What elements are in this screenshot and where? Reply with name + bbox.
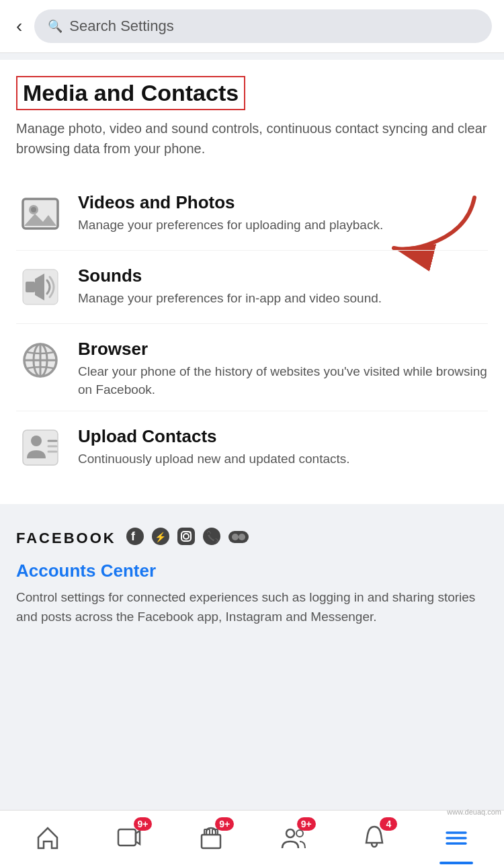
search-placeholder-text: Search Settings <box>69 17 173 35</box>
browser-title: Browser <box>78 339 488 360</box>
instagram-icon <box>177 527 196 550</box>
friends-badge: 9+ <box>297 817 316 831</box>
section-title-box: Media and Contacts <box>16 76 245 110</box>
svg-point-34 <box>286 829 294 837</box>
section-description: Manage photo, video and sound controls, … <box>16 118 488 159</box>
svg-point-12 <box>31 436 42 446</box>
svg-point-23 <box>189 532 191 534</box>
search-icon: 🔍 <box>48 19 62 34</box>
svg-text:📞: 📞 <box>206 530 219 543</box>
upload-contacts-desc: Continuously upload new and updated cont… <box>78 450 488 468</box>
whatsapp-icon: 📞 <box>202 527 221 550</box>
search-bar[interactable]: 🔍 Search Settings <box>34 9 492 43</box>
messenger-icon: ⚡ <box>151 527 170 550</box>
svg-text:⚡: ⚡ <box>155 532 167 543</box>
sounds-icon <box>16 263 65 311</box>
section-title: Media and Contacts <box>23 80 239 106</box>
svg-rect-11 <box>23 430 58 465</box>
svg-point-27 <box>232 534 239 540</box>
tab-friends[interactable]: 9+ <box>266 819 320 856</box>
sounds-title: Sounds <box>78 265 488 286</box>
browser-desc: Clear your phone of the history of websi… <box>78 363 488 399</box>
home-icon <box>34 824 61 851</box>
svg-point-16 <box>126 528 144 545</box>
tab-video[interactable]: 9+ <box>102 819 156 856</box>
menu-item-upload-contacts[interactable]: Upload Contacts Continuously upload new … <box>16 411 488 484</box>
svg-point-35 <box>296 830 303 837</box>
menu-icon <box>443 824 470 851</box>
brand-section: FACEBOOK f ⚡ 📞 Accounts Center Control s… <box>0 511 504 640</box>
upload-contacts-text: Upload Contacts Continuously upload new … <box>78 423 488 468</box>
browser-icon <box>16 336 65 384</box>
header: ‹ 🔍 Search Settings <box>0 0 504 53</box>
brand-logos: FACEBOOK f ⚡ 📞 <box>16 527 488 550</box>
watermark: www.deuaq.com <box>447 808 501 816</box>
svg-rect-29 <box>118 829 136 845</box>
back-button[interactable]: ‹ <box>12 15 26 37</box>
svg-point-2 <box>31 207 36 212</box>
upload-contacts-icon <box>16 423 65 472</box>
svg-rect-20 <box>177 528 195 545</box>
shop-badge: 9+ <box>215 817 234 831</box>
svg-marker-30 <box>136 831 140 844</box>
svg-text:f: f <box>131 530 136 543</box>
brand-icons: f ⚡ 📞 <box>126 527 249 550</box>
accounts-center-link[interactable]: Accounts Center <box>16 561 488 581</box>
accounts-center-desc: Control settings for connected experienc… <box>16 588 488 626</box>
svg-rect-5 <box>26 282 35 292</box>
svg-point-28 <box>239 534 245 540</box>
menu-item-browser[interactable]: Browser Clear your phone of the history … <box>16 323 488 411</box>
menu-item-videos-photos[interactable]: Videos and Photos Manage your preference… <box>16 177 488 250</box>
tab-home[interactable] <box>21 819 75 856</box>
facebook-logo-icon: f <box>126 527 144 550</box>
menu-item-sounds[interactable]: Sounds Manage your preferences for in-ap… <box>16 250 488 323</box>
tab-active-indicator <box>439 862 473 864</box>
sounds-desc: Manage your preferences for in-app and v… <box>78 290 488 308</box>
browser-text: Browser Clear your phone of the history … <box>78 336 488 399</box>
main-content: Media and Contacts Manage photo, video a… <box>0 60 504 504</box>
video-badge: 9+ <box>134 817 153 831</box>
oculus-icon <box>228 529 249 548</box>
bell-badge: 4 <box>380 817 397 831</box>
videos-photos-icon <box>16 190 65 238</box>
tab-menu[interactable] <box>429 819 483 856</box>
tab-shop[interactable]: 9+ <box>184 819 238 856</box>
tab-bell[interactable]: 4 <box>347 819 401 856</box>
upload-contacts-title: Upload Contacts <box>78 426 488 447</box>
brand-name: FACEBOOK <box>16 530 116 547</box>
svg-rect-31 <box>202 835 220 848</box>
tab-bar: 9+ 9+ 9+ 4 <box>0 810 504 867</box>
sounds-text: Sounds Manage your preferences for in-ap… <box>78 263 488 308</box>
